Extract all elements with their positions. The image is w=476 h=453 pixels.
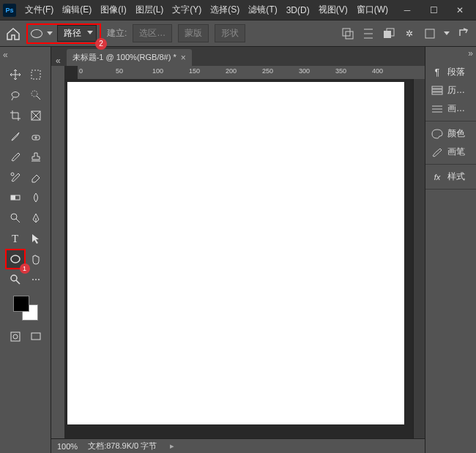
type-tool[interactable]: T: [7, 230, 24, 247]
svg-point-16: [11, 173, 14, 176]
quick-select-tool[interactable]: [27, 86, 45, 104]
menu-type[interactable]: 文字(Y): [168, 1, 206, 19]
panel-brushpreset[interactable]: 画…: [425, 100, 476, 118]
tool-preset-caret-icon[interactable]: [47, 31, 53, 35]
eraser-tool[interactable]: [27, 168, 45, 186]
blur-tool[interactable]: [27, 189, 45, 206]
ruler-tick: 350: [335, 67, 346, 75]
svg-rect-29: [432, 92, 442, 94]
make-selection-button[interactable]: 选区…: [133, 24, 172, 42]
menu-image[interactable]: 图像(I): [96, 1, 130, 19]
svg-point-25: [13, 334, 18, 339]
panel-history[interactable]: 历…: [425, 81, 476, 100]
panel-styles[interactable]: fx样式: [425, 168, 476, 186]
canvas[interactable]: [67, 82, 404, 424]
svg-rect-27: [432, 86, 442, 89]
quickmask-tool[interactable]: [7, 328, 24, 345]
panel-expand-icon[interactable]: »: [468, 48, 473, 59]
brush-tool[interactable]: [7, 148, 24, 165]
ellipse-icon: [31, 29, 42, 38]
tab-collapse-icon[interactable]: «: [56, 56, 61, 66]
svg-point-21: [11, 255, 20, 263]
menu-view[interactable]: 视图(V): [314, 1, 352, 19]
menu-layer[interactable]: 图层(L): [131, 1, 168, 19]
menu-edit[interactable]: 编辑(E): [58, 1, 96, 19]
document-tab[interactable]: 未标题-1 @ 100%(RGB/8#) * ×: [67, 49, 192, 66]
panel-brush[interactable]: 画笔: [425, 143, 476, 161]
ruler-tick: 200: [226, 67, 237, 75]
vertical-scrollbar[interactable]: [413, 79, 425, 438]
ellipse-shape-tool[interactable]: 1: [7, 250, 24, 268]
window-maximize[interactable]: ☐: [420, 1, 447, 19]
window-close[interactable]: ✕: [447, 1, 473, 19]
zoom-tool[interactable]: [7, 271, 24, 288]
extra-options-caret-icon[interactable]: [444, 31, 450, 35]
move-tool[interactable]: [7, 66, 24, 83]
dodge-tool[interactable]: [7, 209, 24, 227]
path-select-tool[interactable]: [27, 230, 45, 247]
crop-tool[interactable]: [7, 107, 24, 124]
horizontal-ruler: 0 50 100 150 200 250 300 350 400: [78, 66, 425, 79]
brush-icon: [431, 147, 443, 157]
history-brush-tool[interactable]: [7, 168, 24, 186]
brush-presets-icon: [431, 104, 443, 114]
make-shape-button[interactable]: 形状: [215, 24, 245, 42]
foreground-swatch[interactable]: [13, 296, 29, 312]
svg-point-22: [11, 275, 17, 281]
path-arrange-icon[interactable]: [382, 27, 395, 40]
document-tab-bar: « 未标题-1 @ 100%(RGB/8#) * ×: [51, 47, 425, 66]
menu-filter[interactable]: 滤镜(T): [244, 1, 281, 19]
ruler-tick: 0: [79, 67, 83, 75]
color-swatches[interactable]: [13, 296, 38, 321]
tool-mode-dropdown[interactable]: 路径: [57, 25, 97, 42]
make-label: 建立:: [107, 27, 127, 40]
frame-tool[interactable]: [27, 107, 45, 124]
svg-rect-26: [31, 333, 40, 340]
panel-label: 段落: [447, 66, 465, 78]
panel-paragraph[interactable]: ¶段落: [425, 63, 476, 81]
status-caret-icon[interactable]: ▸: [170, 441, 174, 451]
share-icon[interactable]: [457, 27, 470, 40]
tool-mode-label: 路径: [64, 28, 81, 38]
stamp-tool[interactable]: [27, 148, 45, 165]
window-minimize[interactable]: ─: [394, 1, 420, 19]
work-area: « T 1 ⋯: [0, 47, 476, 453]
ruler-corner: [51, 66, 64, 79]
home-button[interactable]: [6, 27, 21, 40]
make-mask-button[interactable]: 蒙版: [178, 24, 209, 42]
zoom-level[interactable]: 100%: [57, 442, 78, 451]
marquee-tool[interactable]: [27, 66, 45, 83]
doc-info[interactable]: 文档:878.9K/0 字节: [88, 441, 157, 452]
svg-rect-1: [346, 31, 353, 39]
lasso-tool[interactable]: [7, 86, 24, 104]
svg-rect-0: [343, 29, 350, 36]
edit-toolbar[interactable]: ⋯: [27, 271, 45, 288]
path-align-icon[interactable]: [362, 27, 375, 40]
hand-tool[interactable]: [27, 250, 45, 268]
ruler-tick: 250: [262, 67, 273, 75]
menu-3d[interactable]: 3D(D): [282, 2, 314, 18]
ruler-tick: 400: [372, 67, 383, 75]
pen-tool[interactable]: [27, 209, 45, 227]
panel-collapse-icon[interactable]: «: [3, 50, 8, 60]
path-operations-icon[interactable]: [341, 27, 354, 40]
tools-panel: « T 1 ⋯: [0, 47, 51, 453]
panel-color[interactable]: 颜色: [425, 124, 476, 143]
menu-window[interactable]: 窗口(W): [352, 1, 393, 19]
gear-icon[interactable]: ✲: [403, 27, 416, 40]
right-panels: » ¶段落 历… 画… 颜色 画笔 fx样式: [425, 47, 476, 453]
menu-select[interactable]: 选择(S): [206, 1, 244, 19]
align-edges-icon[interactable]: [423, 27, 436, 40]
panel-label: 历…: [447, 84, 465, 97]
healing-tool[interactable]: [27, 127, 45, 145]
eyedropper-tool[interactable]: [7, 127, 24, 145]
document-area: « 未标题-1 @ 100%(RGB/8#) * × 0 50 100 150 …: [51, 47, 425, 453]
svg-rect-7: [425, 29, 434, 38]
close-icon[interactable]: ×: [181, 53, 186, 63]
screenmode-tool[interactable]: [27, 328, 45, 345]
document-tab-title: 未标题-1 @ 100%(RGB/8#) *: [72, 52, 176, 63]
svg-rect-24: [11, 332, 20, 341]
gradient-tool[interactable]: [7, 189, 24, 206]
menu-file[interactable]: 文件(F): [21, 1, 58, 19]
canvas-viewport[interactable]: [64, 79, 413, 438]
